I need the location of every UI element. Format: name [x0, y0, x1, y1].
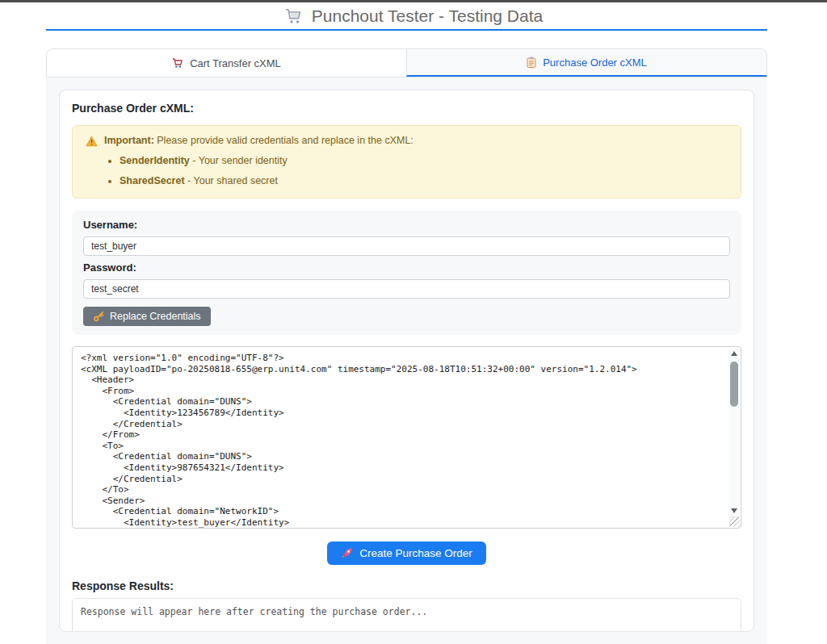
- warning-head: Important: Please provide valid credenti…: [86, 134, 728, 148]
- scrollbar-thumb[interactable]: [730, 362, 738, 407]
- key-icon: [93, 311, 104, 322]
- shopping-cart-icon: [284, 7, 304, 25]
- warning-item-sender-identity: SenderIdentity - Your sender identity: [120, 154, 728, 168]
- create-purchase-order-label: Create Purchase Order: [359, 547, 472, 559]
- page-title: Punchout Tester - Testing Data: [312, 6, 543, 26]
- credentials-box: Username: Password: Replace Credentials: [72, 211, 741, 335]
- create-button-row: Create Purchase Order: [72, 542, 741, 565]
- warning-icon: [86, 136, 98, 147]
- password-input[interactable]: [83, 279, 730, 299]
- tab-content-panel: Purchase Order cXML: Important: Please p…: [46, 77, 767, 644]
- username-input[interactable]: [83, 236, 730, 256]
- warning-list: SenderIdentity - Your sender identity Sh…: [86, 154, 728, 188]
- cart-icon: [172, 57, 183, 69]
- tab-purchase-order-label: Purchase Order cXML: [543, 56, 647, 69]
- resize-grip-icon[interactable]: [729, 516, 740, 527]
- password-label: Password:: [83, 261, 730, 274]
- warning-alert: Important: Please provide valid credenti…: [72, 125, 741, 199]
- replace-credentials-label: Replace Credentials: [110, 311, 201, 322]
- create-purchase-order-button[interactable]: Create Purchase Order: [327, 542, 486, 565]
- page-header: Punchout Tester - Testing Data: [0, 2, 827, 29]
- tab-purchase-order[interactable]: Purchase Order cXML: [406, 49, 766, 77]
- po-xml-textarea[interactable]: <?xml version="1.0" encoding="UTF-8"?> <…: [72, 346, 741, 529]
- xml-scrollbar[interactable]: [728, 348, 740, 516]
- scroll-up-icon[interactable]: [728, 348, 740, 359]
- tab-bar: Cart Transfer cXML Purchase Order cXML: [46, 48, 767, 77]
- username-label: Username:: [83, 219, 730, 232]
- replace-credentials-button[interactable]: Replace Credentials: [83, 307, 211, 326]
- clipboard-icon: [527, 56, 536, 68]
- tab-cart-transfer-label: Cart Transfer cXML: [190, 57, 281, 69]
- warning-desc: - Your sender identity: [190, 155, 288, 166]
- response-results-textarea[interactable]: Response will appear here after creating…: [72, 598, 741, 632]
- section-title: Purchase Order cXML:: [72, 102, 741, 115]
- po-xml-content: <?xml version="1.0" encoding="UTF-8"?> <…: [73, 347, 741, 529]
- rocket-icon: [341, 547, 353, 559]
- warning-term: SenderIdentity: [120, 155, 190, 166]
- warning-term: SharedSecret: [120, 175, 185, 186]
- warning-message: Please provide valid credentials and rep…: [154, 135, 414, 146]
- warning-prefix: Important:: [104, 135, 154, 146]
- scroll-down-icon[interactable]: [728, 505, 740, 516]
- purchase-order-card: Purchase Order cXML: Important: Please p…: [59, 90, 754, 632]
- response-results-label: Response Results:: [72, 579, 741, 592]
- warning-text: Important: Please provide valid credenti…: [104, 134, 414, 148]
- warning-desc: - Your shared secret: [185, 175, 278, 186]
- tab-cart-transfer[interactable]: Cart Transfer cXML: [47, 49, 406, 77]
- warning-item-shared-secret: SharedSecret - Your shared secret: [120, 174, 728, 188]
- header-divider: [46, 29, 767, 31]
